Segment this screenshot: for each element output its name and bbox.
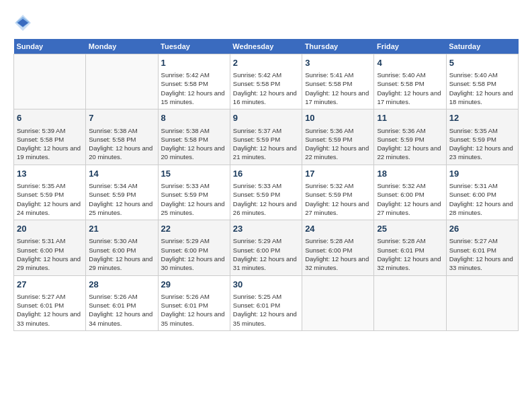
calendar-cell: [14, 54, 86, 109]
logo: [13, 13, 35, 32]
sunrise: Sunrise: 5:25 AM: [233, 293, 281, 300]
sunrise: Sunrise: 5:31 AM: [17, 237, 65, 244]
calendar-cell: 25 Sunrise: 5:28 AM Sunset: 6:01 PM Dayl…: [374, 220, 446, 275]
sunset: Sunset: 6:00 PM: [377, 191, 424, 198]
sunrise: Sunrise: 5:42 AM: [233, 71, 281, 79]
sunrise: Sunrise: 5:26 AM: [89, 293, 137, 300]
logo-icon: [13, 13, 32, 32]
sunrise: Sunrise: 5:36 AM: [377, 127, 425, 134]
sunrise: Sunrise: 5:39 AM: [17, 127, 65, 134]
daylight: Daylight: 12 hours and 16 minutes.: [233, 89, 297, 105]
day-number: 7: [89, 112, 154, 124]
column-header-saturday: Saturday: [446, 39, 518, 54]
sunrise: Sunrise: 5:42 AM: [161, 71, 210, 79]
sunset: Sunset: 5:59 PM: [305, 191, 352, 198]
calendar-cell: 1 Sunrise: 5:42 AM Sunset: 5:58 PM Dayli…: [158, 54, 230, 109]
day-number: 28: [89, 279, 154, 291]
calendar-cell: 19 Sunrise: 5:31 AM Sunset: 6:00 PM Dayl…: [446, 165, 518, 220]
day-number: 16: [233, 168, 299, 180]
calendar-cell: 15 Sunrise: 5:33 AM Sunset: 5:59 PM Dayl…: [158, 165, 230, 220]
calendar-cell: 24 Sunrise: 5:28 AM Sunset: 6:00 PM Dayl…: [302, 220, 374, 275]
calendar-week-1: 1 Sunrise: 5:42 AM Sunset: 5:58 PM Dayli…: [14, 54, 519, 109]
sunrise: Sunrise: 5:27 AM: [449, 237, 498, 244]
day-number: 12: [449, 112, 515, 124]
calendar-cell: 20 Sunrise: 5:31 AM Sunset: 6:00 PM Dayl…: [14, 220, 86, 275]
sunset: Sunset: 6:01 PM: [17, 302, 64, 309]
daylight: Daylight: 12 hours and 24 minutes.: [17, 200, 81, 216]
sunset: Sunset: 5:58 PM: [377, 80, 424, 87]
sunset: Sunset: 6:00 PM: [305, 246, 352, 254]
sunset: Sunset: 5:58 PM: [233, 80, 280, 87]
day-number: 23: [233, 223, 299, 235]
day-number: 21: [89, 223, 154, 235]
day-number: 25: [377, 223, 443, 235]
calendar-cell: 7 Sunrise: 5:38 AM Sunset: 5:58 PM Dayli…: [86, 109, 158, 165]
calendar-cell: 2 Sunrise: 5:42 AM Sunset: 5:58 PM Dayli…: [230, 54, 302, 109]
calendar-cell: 5 Sunrise: 5:40 AM Sunset: 5:58 PM Dayli…: [446, 54, 518, 109]
sunrise: Sunrise: 5:29 AM: [161, 237, 210, 244]
calendar-cell: [374, 275, 446, 330]
sunrise: Sunrise: 5:41 AM: [305, 71, 353, 79]
daylight: Daylight: 12 hours and 33 minutes.: [17, 310, 81, 326]
day-number: 24: [305, 223, 371, 235]
daylight: Daylight: 12 hours and 21 minutes.: [233, 144, 297, 161]
sunset: Sunset: 5:58 PM: [89, 136, 136, 143]
sunrise: Sunrise: 5:35 AM: [17, 182, 65, 189]
day-number: 29: [161, 279, 227, 291]
daylight: Daylight: 12 hours and 35 minutes.: [161, 310, 225, 326]
sunrise: Sunrise: 5:32 AM: [305, 182, 353, 189]
calendar-cell: 9 Sunrise: 5:37 AM Sunset: 5:59 PM Dayli…: [230, 109, 302, 165]
sunset: Sunset: 5:59 PM: [17, 191, 64, 198]
day-number: 9: [233, 112, 299, 124]
daylight: Daylight: 12 hours and 19 minutes.: [17, 144, 81, 161]
calendar-cell: 21 Sunrise: 5:30 AM Sunset: 6:00 PM Dayl…: [86, 220, 158, 275]
sunrise: Sunrise: 5:28 AM: [377, 237, 425, 244]
day-number: 14: [89, 168, 154, 180]
day-number: 2: [233, 57, 299, 69]
calendar-table: SundayMondayTuesdayWednesdayThursdayFrid…: [13, 39, 519, 331]
sunset: Sunset: 6:01 PM: [161, 302, 208, 309]
calendar-week-5: 27 Sunrise: 5:27 AM Sunset: 6:01 PM Dayl…: [14, 275, 519, 330]
sunset: Sunset: 5:58 PM: [449, 80, 496, 87]
calendar-week-2: 6 Sunrise: 5:39 AM Sunset: 5:58 PM Dayli…: [14, 109, 519, 165]
calendar-week-4: 20 Sunrise: 5:31 AM Sunset: 6:00 PM Dayl…: [14, 220, 519, 275]
calendar-cell: 8 Sunrise: 5:38 AM Sunset: 5:58 PM Dayli…: [158, 109, 230, 165]
day-number: 27: [17, 279, 83, 291]
calendar-cell: 28 Sunrise: 5:26 AM Sunset: 6:01 PM Dayl…: [86, 275, 158, 330]
sunset: Sunset: 6:00 PM: [17, 246, 64, 254]
calendar-week-3: 13 Sunrise: 5:35 AM Sunset: 5:59 PM Dayl…: [14, 165, 519, 220]
day-number: 19: [449, 168, 515, 180]
day-number: 26: [449, 223, 515, 235]
daylight: Daylight: 12 hours and 31 minutes.: [233, 255, 297, 271]
sunrise: Sunrise: 5:28 AM: [305, 237, 353, 244]
calendar-cell: 3 Sunrise: 5:41 AM Sunset: 5:58 PM Dayli…: [302, 54, 374, 109]
sunset: Sunset: 5:59 PM: [305, 136, 352, 143]
daylight: Daylight: 12 hours and 32 minutes.: [377, 255, 441, 271]
calendar-cell: 13 Sunrise: 5:35 AM Sunset: 5:59 PM Dayl…: [14, 165, 86, 220]
sunset: Sunset: 5:58 PM: [161, 136, 208, 143]
sunrise: Sunrise: 5:33 AM: [233, 182, 281, 189]
daylight: Daylight: 12 hours and 29 minutes.: [17, 255, 81, 271]
daylight: Daylight: 12 hours and 33 minutes.: [449, 255, 513, 271]
calendar-cell: 29 Sunrise: 5:26 AM Sunset: 6:01 PM Dayl…: [158, 275, 230, 330]
calendar-cell: 30 Sunrise: 5:25 AM Sunset: 6:01 PM Dayl…: [230, 275, 302, 330]
calendar-cell: 4 Sunrise: 5:40 AM Sunset: 5:58 PM Dayli…: [374, 54, 446, 109]
sunset: Sunset: 6:01 PM: [233, 302, 280, 309]
daylight: Daylight: 12 hours and 25 minutes.: [89, 200, 152, 216]
daylight: Daylight: 12 hours and 18 minutes.: [449, 89, 513, 105]
daylight: Daylight: 12 hours and 22 minutes.: [377, 144, 441, 161]
sunset: Sunset: 6:01 PM: [377, 246, 424, 254]
day-number: 15: [161, 168, 227, 180]
daylight: Daylight: 12 hours and 23 minutes.: [449, 144, 513, 161]
sunset: Sunset: 5:58 PM: [305, 80, 352, 87]
daylight: Daylight: 12 hours and 22 minutes.: [305, 144, 369, 161]
column-header-wednesday: Wednesday: [230, 39, 302, 54]
day-number: 4: [377, 57, 443, 69]
calendar-cell: 11 Sunrise: 5:36 AM Sunset: 5:59 PM Dayl…: [374, 109, 446, 165]
calendar-cell: 17 Sunrise: 5:32 AM Sunset: 5:59 PM Dayl…: [302, 165, 374, 220]
day-number: 22: [161, 223, 227, 235]
sunrise: Sunrise: 5:38 AM: [161, 127, 210, 134]
daylight: Daylight: 12 hours and 30 minutes.: [161, 255, 225, 271]
sunset: Sunset: 6:01 PM: [449, 246, 496, 254]
day-number: 3: [305, 57, 371, 69]
